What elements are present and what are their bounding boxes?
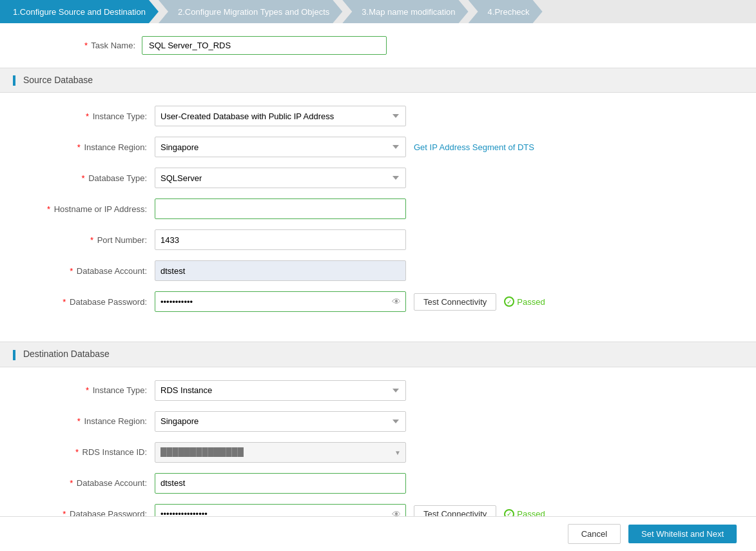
- dest-account-row: * Database Account:: [26, 473, 730, 494]
- source-account-wrapper: [155, 260, 406, 281]
- source-database-header: Source Database: [0, 68, 756, 93]
- wizard-step-4[interactable]: 4.Precheck: [469, 0, 543, 23]
- dest-rds-instance-input[interactable]: [155, 442, 406, 463]
- dest-account-wrapper: [155, 473, 406, 494]
- source-instance-type-wrapper: User-Created Database with Public IP Add…: [155, 106, 406, 126]
- main-content: * Task Name: Source Database * Instance …: [0, 23, 756, 551]
- required-star: *: [84, 41, 88, 50]
- source-passed-label: Passed: [517, 297, 545, 307]
- footer: Cancel Set Whitelist and Next: [0, 516, 756, 551]
- source-port-row: * Port Number:: [26, 229, 730, 250]
- source-test-connectivity-button[interactable]: Test Connectivity: [414, 293, 496, 311]
- source-hostname-input[interactable]: [155, 198, 406, 219]
- source-hostname-wrapper: [155, 198, 406, 219]
- source-hostname-label: * Hostname or IP Address:: [26, 204, 155, 214]
- source-account-input[interactable]: [155, 260, 406, 281]
- source-password-label: * Database Password:: [26, 297, 155, 307]
- task-name-row: * Task Name:: [0, 23, 756, 68]
- source-instance-region-select[interactable]: Singapore: [155, 137, 406, 157]
- source-password-input[interactable]: [155, 291, 406, 312]
- task-name-label: * Task Name:: [26, 41, 142, 50]
- dest-rds-instance-label: * RDS Instance ID:: [26, 447, 155, 457]
- dest-instance-region-wrapper: Singapore: [155, 411, 406, 432]
- source-database-type-row: * Database Type: SQLServer: [26, 168, 730, 188]
- destination-database-header: Destination Database: [0, 342, 756, 367]
- source-instance-type-label: * Instance Type:: [26, 111, 155, 121]
- dest-rds-dropdown-icon[interactable]: ▼: [394, 449, 401, 456]
- source-database-type-wrapper: SQLServer: [155, 168, 406, 188]
- source-password-field-wrapper: 👁: [155, 291, 406, 312]
- dest-rds-instance-field-wrapper: ▼: [155, 442, 406, 463]
- source-account-row: * Database Account:: [26, 260, 730, 281]
- source-instance-type-row: * Instance Type: User-Created Database w…: [26, 106, 730, 126]
- dest-account-label: * Database Account:: [26, 478, 155, 488]
- source-account-label: * Database Account:: [26, 266, 155, 276]
- wizard-step-2-label: 2.Configure Migration Types and Objects: [178, 7, 329, 17]
- source-instance-region-wrapper: Singapore Get IP Address Segment of DTS: [155, 137, 534, 157]
- source-port-label: * Port Number:: [26, 235, 155, 245]
- source-instance-type-select[interactable]: User-Created Database with Public IP Add…: [155, 106, 406, 126]
- source-password-toggle-icon[interactable]: 👁: [392, 296, 401, 307]
- dest-rds-instance-row: * RDS Instance ID: ▼: [26, 442, 730, 463]
- destination-section-title: Destination Database: [23, 349, 110, 359]
- cancel-button[interactable]: Cancel: [568, 524, 621, 544]
- wizard-step-1-label: 1.Configure Source and Destination: [13, 7, 146, 17]
- dest-instance-region-row: * Instance Region: Singapore: [26, 411, 730, 432]
- dest-rds-instance-wrapper: ▼: [155, 442, 406, 463]
- source-section-title: Source Database: [23, 75, 93, 85]
- wizard-step-2[interactable]: 2.Configure Migration Types and Objects: [159, 0, 342, 23]
- source-form-section: * Instance Type: User-Created Database w…: [0, 93, 756, 335]
- source-check-circle-icon: ✓: [504, 296, 514, 307]
- source-database-type-label: * Database Type:: [26, 173, 155, 183]
- dest-instance-region-label: * Instance Region:: [26, 416, 155, 426]
- wizard-step-4-label: 4.Precheck: [488, 7, 530, 17]
- source-password-wrapper: 👁 Test Connectivity ✓ Passed: [155, 291, 545, 312]
- source-port-wrapper: [155, 229, 406, 250]
- wizard-step-1[interactable]: 1.Configure Source and Destination: [0, 0, 159, 23]
- task-name-input[interactable]: [142, 36, 387, 55]
- wizard-steps: 1.Configure Source and Destination 2.Con…: [0, 0, 756, 23]
- set-whitelist-next-button[interactable]: Set Whitelist and Next: [628, 525, 737, 543]
- source-password-row: * Database Password: 👁 Test Connectivity…: [26, 291, 730, 312]
- wizard-step-3[interactable]: 3.Map name modification: [342, 0, 468, 23]
- source-instance-region-row: * Instance Region: Singapore Get IP Addr…: [26, 137, 730, 157]
- source-hostname-row: * Hostname or IP Address:: [26, 198, 730, 219]
- blue-bar-icon: [13, 75, 15, 86]
- dest-blue-bar-icon: [13, 350, 15, 360]
- source-port-input[interactable]: [155, 229, 406, 250]
- get-ip-link[interactable]: Get IP Address Segment of DTS: [414, 142, 534, 152]
- source-instance-region-label: * Instance Region:: [26, 142, 155, 152]
- source-passed-badge: ✓ Passed: [504, 296, 545, 307]
- wizard-step-3-label: 3.Map name modification: [362, 7, 455, 17]
- dest-instance-type-select[interactable]: RDS Instance: [155, 380, 406, 401]
- dest-instance-type-label: * Instance Type:: [26, 385, 155, 395]
- dest-instance-type-wrapper: RDS Instance: [155, 380, 406, 401]
- dest-instance-region-select[interactable]: Singapore: [155, 411, 406, 432]
- dest-account-input[interactable]: [155, 473, 406, 494]
- source-database-type-select[interactable]: SQLServer: [155, 168, 406, 188]
- dest-instance-type-row: * Instance Type: RDS Instance: [26, 380, 730, 401]
